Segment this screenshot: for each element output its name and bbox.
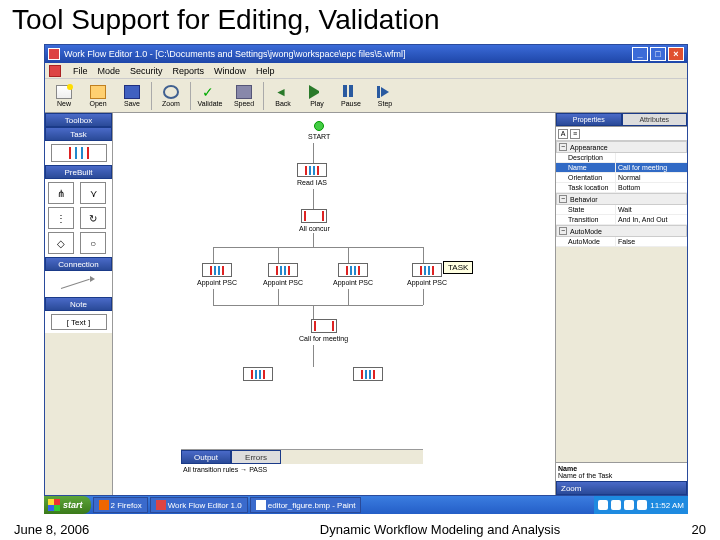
prop-description[interactable]: Description: [556, 153, 687, 163]
play-icon: [309, 85, 325, 99]
taskbar-item-firefox[interactable]: 2 Firefox: [93, 497, 148, 513]
prop-transition[interactable]: TransitionAnd In, And Out: [556, 215, 687, 225]
start-button[interactable]: start: [44, 496, 91, 514]
open-icon: [90, 85, 106, 99]
prop-tasklocation[interactable]: Task locationBottom: [556, 183, 687, 193]
prop-name[interactable]: NameCall for meeting: [556, 163, 687, 173]
appoint-psc-4[interactable]: Appoint PSC: [407, 263, 447, 286]
prebuilt-diamond[interactable]: ◇: [48, 232, 74, 254]
toolbar-pause-button[interactable]: Pause: [334, 80, 368, 112]
read-ias-node[interactable]: Read IAS: [297, 163, 327, 186]
window-title: Work Flow Editor 1.0 - [C:\Documents and…: [64, 49, 632, 59]
menu-window[interactable]: Window: [214, 66, 246, 76]
firefox-icon: [99, 500, 109, 510]
prebuilt-fork[interactable]: ⋔: [48, 182, 74, 204]
prop-state[interactable]: StateWait: [556, 205, 687, 215]
edge: [423, 289, 424, 305]
edge: [213, 289, 214, 305]
prebuilt-circle[interactable]: ○: [80, 232, 106, 254]
appoint-psc-3[interactable]: Appoint PSC: [333, 263, 373, 286]
prebuilt-seq[interactable]: ⋮: [48, 207, 74, 229]
prop-automode[interactable]: AutoModeFalse: [556, 237, 687, 247]
cat-automode[interactable]: −AutoMode: [556, 225, 687, 237]
toolbar-validate-button[interactable]: ✓Validate: [193, 80, 227, 112]
check-icon: ✓: [202, 85, 218, 99]
prebuilt-merge[interactable]: ⋎: [80, 182, 106, 204]
step-icon: [377, 85, 393, 99]
back-icon: ◄: [275, 85, 291, 99]
appoint-psc-2[interactable]: Appoint PSC: [263, 263, 303, 286]
edge: [278, 289, 279, 305]
canvas[interactable]: START Read IAS All concur Appoint PSC: [113, 113, 555, 495]
cat-appearance[interactable]: −Appearance: [556, 141, 687, 153]
cat-behavior[interactable]: −Behavior: [556, 193, 687, 205]
bottom-node-1[interactable]: [243, 367, 273, 381]
tray-icon[interactable]: [637, 500, 647, 510]
titlebar: Work Flow Editor 1.0 - [C:\Documents and…: [45, 45, 687, 63]
connection-section-header[interactable]: Connection: [45, 257, 112, 271]
note-section-header[interactable]: Note: [45, 297, 112, 311]
categorized-icon[interactable]: ≡: [570, 129, 580, 139]
toolbar-open-button[interactable]: Open: [81, 80, 115, 112]
left-panel: Toolbox Task PreBuilt ⋔ ⋎ ⋮ ↻ ◇ ○ Connec…: [45, 113, 113, 495]
task-section-header[interactable]: Task: [45, 127, 112, 141]
edge: [278, 247, 279, 263]
system-tray: 11:52 AM: [594, 496, 688, 514]
clock[interactable]: 11:52 AM: [650, 501, 684, 510]
prebuilt-loop[interactable]: ↻: [80, 207, 106, 229]
appoint-psc-1[interactable]: Appoint PSC: [197, 263, 237, 286]
toolbar-step-button[interactable]: Step: [368, 80, 402, 112]
menu-reports[interactable]: Reports: [173, 66, 205, 76]
errors-tab[interactable]: Errors: [231, 450, 281, 464]
app-icon: [48, 48, 60, 60]
edge: [313, 233, 314, 247]
bottom-dock: Output Errors All transition rules → PAS…: [181, 449, 423, 495]
attributes-tab[interactable]: Attributes: [622, 113, 688, 126]
bottom-node-2[interactable]: [353, 367, 383, 381]
edge: [213, 247, 423, 248]
menu-mode[interactable]: Mode: [98, 66, 121, 76]
menu-help[interactable]: Help: [256, 66, 275, 76]
tray-icon[interactable]: [611, 500, 621, 510]
tray-icon[interactable]: [624, 500, 634, 510]
output-tab[interactable]: Output: [181, 450, 231, 464]
toolbar-play-button[interactable]: Play: [300, 80, 334, 112]
note-tool[interactable]: [ Text ]: [51, 314, 107, 330]
zoom-header[interactable]: Zoom: [556, 481, 687, 495]
edge: [423, 247, 424, 263]
toolbar: New Open Save Zoom ✓Validate Speed ◄Back…: [45, 79, 687, 113]
start-node[interactable]: START: [308, 121, 330, 140]
taskbar-item-paint[interactable]: editor_figure.bmp - Paint: [250, 497, 362, 513]
speed-icon: [236, 85, 252, 99]
close-button[interactable]: ×: [668, 47, 684, 61]
toolbox-header[interactable]: Toolbox: [45, 113, 112, 127]
toolbar-speed-button[interactable]: Speed: [227, 80, 261, 112]
toolbar-new-button[interactable]: New: [47, 80, 81, 112]
edge: [313, 143, 314, 163]
menu-security[interactable]: Security: [130, 66, 163, 76]
maximize-button[interactable]: □: [650, 47, 666, 61]
save-icon: [124, 85, 140, 99]
menu-file[interactable]: File: [73, 66, 88, 76]
edge: [348, 247, 349, 263]
toolbar-zoom-button[interactable]: Zoom: [154, 80, 188, 112]
prebuilt-section-header[interactable]: PreBuilt: [45, 165, 112, 179]
task-tool[interactable]: [51, 144, 107, 162]
task-tooltip: TASK: [443, 261, 473, 274]
prop-orientation[interactable]: OrientationNormal: [556, 173, 687, 183]
menu-app-icon: [49, 65, 61, 77]
sort-az-icon[interactable]: A: [558, 129, 568, 139]
taskbar-item-workflow[interactable]: Work Flow Editor 1.0: [150, 497, 248, 513]
windows-flag-icon: [48, 499, 60, 511]
tray-icon[interactable]: [598, 500, 608, 510]
connection-tool[interactable]: [59, 274, 99, 294]
toolbar-save-button[interactable]: Save: [115, 80, 149, 112]
start-dot-icon: [314, 121, 324, 131]
properties-tab[interactable]: Properties: [556, 113, 622, 126]
zoom-icon: [163, 85, 179, 99]
join-node[interactable]: Call for meeting: [299, 319, 348, 342]
app-icon: [156, 500, 166, 510]
toolbar-back-button[interactable]: ◄Back: [266, 80, 300, 112]
minimize-button[interactable]: _: [632, 47, 648, 61]
fork-node[interactable]: All concur: [299, 209, 330, 232]
